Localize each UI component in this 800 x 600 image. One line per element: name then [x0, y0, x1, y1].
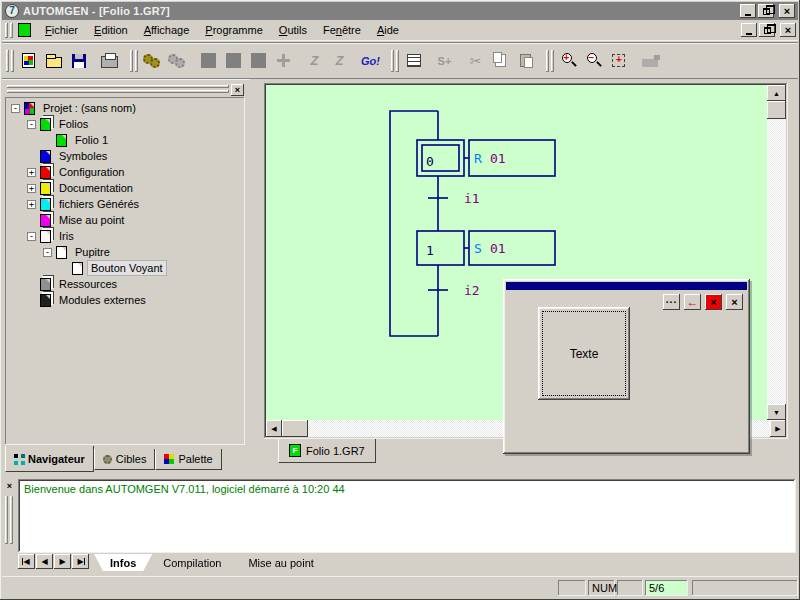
pupitre-title-strip[interactable]	[506, 282, 747, 290]
compile-all-button[interactable]	[165, 49, 190, 73]
menu-aide[interactable]: Aide	[369, 22, 407, 38]
menubar-grip[interactable]	[10, 23, 13, 38]
tree-item-documentation[interactable]: + Documentation	[6, 180, 244, 196]
tree-item-bouton-voyant[interactable]: Bouton Voyant	[6, 260, 244, 276]
menu-fenetre[interactable]: Fenêtre	[315, 22, 369, 38]
expand-icon[interactable]: +	[27, 184, 36, 193]
folio-document-tab[interactable]: F Folio 1.GR7	[278, 439, 376, 463]
tree-item-fichiers-generes[interactable]: + fichiers Générés	[6, 196, 244, 212]
collapse-icon[interactable]: -	[27, 120, 36, 129]
first-tab-button[interactable]: ◀	[18, 554, 35, 569]
console-drag-handle[interactable]	[5, 496, 8, 544]
tab-compilation[interactable]: Compilation	[147, 554, 237, 571]
console-close-button[interactable]: ×	[3, 480, 16, 492]
close-button[interactable]: ×	[779, 4, 795, 18]
paste-button[interactable]	[513, 49, 538, 73]
tree-item-iris[interactable]: - Iris	[6, 228, 244, 244]
stop-button-disabled[interactable]	[221, 49, 246, 73]
transition-2-label[interactable]: i2	[464, 283, 480, 298]
copy-button[interactable]	[488, 49, 513, 73]
child-restore-button[interactable]	[759, 23, 775, 37]
tree-item-mise-au-point[interactable]: Mise au point	[6, 212, 244, 228]
run-button-disabled[interactable]	[196, 49, 221, 73]
tree-item-ressources[interactable]: Ressources	[6, 276, 244, 292]
tab-infos[interactable]: Infos	[94, 554, 152, 571]
zoom-in-button[interactable]: +	[556, 49, 581, 73]
iris-pupitre-window[interactable]: ... ← × × Texte	[503, 279, 750, 454]
open-button[interactable]	[41, 49, 66, 73]
tree-item-folio-1[interactable]: Folio 1	[6, 132, 244, 148]
menu-edition[interactable]: Edition	[86, 22, 136, 38]
toolbar-grip[interactable]	[551, 50, 554, 72]
menu-affichage[interactable]: Affichage	[136, 22, 198, 38]
restore-button[interactable]	[758, 4, 774, 18]
horizontal-scroll-thumb[interactable]	[282, 420, 308, 437]
save-button[interactable]	[66, 49, 91, 73]
console-drag-handle[interactable]	[10, 496, 13, 544]
last-tab-button[interactable]: ▶	[72, 554, 89, 569]
scroll-left-button[interactable]: ◀	[266, 420, 282, 437]
new-project-button[interactable]	[16, 49, 41, 73]
vertical-scrollbar[interactable]: ▲ ▼	[767, 85, 786, 420]
zoom-selection-button[interactable]: +	[606, 49, 631, 73]
compile-button[interactable]	[140, 49, 165, 73]
action-0-box[interactable]	[469, 140, 555, 176]
pause-button-disabled[interactable]	[246, 49, 271, 73]
folio-document-icon[interactable]	[18, 23, 31, 37]
tab-cibles[interactable]: Cibles	[94, 449, 156, 470]
vertical-scroll-thumb[interactable]	[767, 101, 786, 119]
menubar-grip[interactable]	[5, 23, 8, 38]
tab-mise-au-point[interactable]: Mise au point	[232, 554, 329, 571]
tab-navigateur[interactable]: Navigateur	[5, 446, 94, 472]
step-1-box[interactable]	[417, 231, 464, 265]
toolbar-grip[interactable]	[11, 50, 14, 72]
step-mode-button[interactable]: Z	[302, 49, 327, 73]
scroll-right-button[interactable]: ▶	[770, 420, 786, 437]
menu-programme[interactable]: Programme	[197, 22, 270, 38]
toolbar-grip[interactable]	[546, 50, 549, 72]
minimize-button[interactable]	[740, 4, 756, 18]
child-close-button[interactable]: ×	[780, 23, 796, 37]
panel-drag-handle[interactable]	[7, 90, 229, 93]
symbol-table-button[interactable]	[401, 49, 426, 73]
tree-item-folios[interactable]: - Folios	[6, 116, 244, 132]
toolbar-grip[interactable]	[135, 50, 138, 72]
transition-1-label[interactable]: i1	[464, 191, 480, 206]
collapse-icon[interactable]: -	[11, 104, 20, 113]
tree-item-pupitre[interactable]: - Pupitre	[6, 244, 244, 260]
expand-icon[interactable]: +	[27, 168, 36, 177]
action-1-box[interactable]	[469, 231, 555, 265]
tree-item-configuration[interactable]: + Configuration	[6, 164, 244, 180]
scroll-down-button[interactable]: ▼	[767, 404, 786, 420]
child-minimize-button[interactable]	[741, 23, 757, 37]
toolbar-grip[interactable]	[396, 50, 399, 72]
menu-outils[interactable]: Outils	[271, 22, 315, 38]
panel-drag-handle[interactable]	[7, 85, 229, 88]
tree-item-symboles[interactable]: Symboles	[6, 148, 244, 164]
pupitre-close-button[interactable]: ×	[726, 294, 743, 310]
expand-icon[interactable]: +	[27, 200, 36, 209]
delete-button[interactable]: ×	[705, 294, 722, 310]
tree-item-modules-externes[interactable]: Modules externes	[6, 292, 244, 308]
sync-button[interactable]	[271, 49, 296, 73]
transfer-button[interactable]	[637, 49, 662, 73]
tab-palette[interactable]: Palette	[155, 449, 221, 470]
navigator-close-button[interactable]: ×	[231, 84, 244, 96]
properties-button[interactable]: ...	[663, 294, 680, 310]
add-symbol-button[interactable]: S+	[432, 49, 457, 73]
go-button[interactable]: Go!	[358, 49, 383, 73]
cut-button[interactable]: ✂	[463, 49, 488, 73]
zoom-out-button[interactable]: −	[581, 49, 606, 73]
back-button[interactable]: ←	[684, 294, 701, 310]
previous-tab-button[interactable]: ◀	[36, 554, 53, 569]
collapse-icon[interactable]: -	[27, 232, 36, 241]
toolbar-grip[interactable]	[6, 50, 9, 72]
next-tab-button[interactable]: ▶	[54, 554, 71, 569]
texte-button[interactable]: Texte	[538, 307, 630, 400]
toolbar-grip[interactable]	[130, 50, 133, 72]
print-button[interactable]	[97, 49, 122, 73]
toolbar-grip[interactable]	[391, 50, 394, 72]
menu-fichier[interactable]: Fichier	[37, 22, 86, 38]
collapse-icon[interactable]: -	[43, 248, 52, 257]
step-over-button[interactable]: Z	[327, 49, 352, 73]
